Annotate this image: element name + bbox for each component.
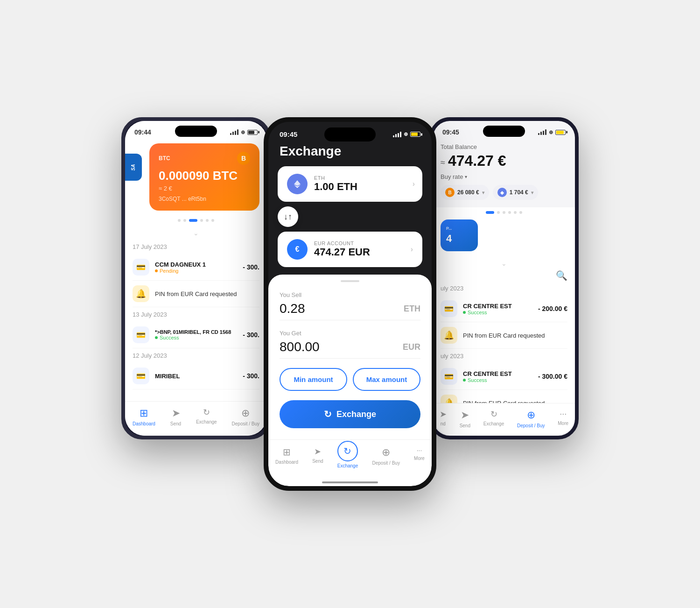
eth-selector-area: ETH 1.00 ETH › — [268, 166, 432, 202]
buy-rate-label: Buy rate — [441, 173, 463, 180]
tx-info-3: MIRIBEL — [155, 373, 237, 380]
left-nav-deposit[interactable]: ⊕ Deposit / Buy — [227, 405, 264, 428]
btc-amount: 0.000090 BTC — [159, 169, 250, 183]
right-scroll-arrow[interactable]: ⌄ — [433, 257, 575, 270]
table-row[interactable]: 💳 CR CENTRE EST Success - 300.00 € — [441, 363, 567, 390]
right-nav-deposit[interactable]: ⊕ Deposit / Buy — [512, 407, 549, 430]
center-nav-deposit-label: Deposit / Buy — [372, 460, 399, 466]
center-nav-send-label: Send — [312, 459, 323, 464]
right-nav-more[interactable]: ··· More — [553, 407, 573, 430]
success-dot-2 — [155, 336, 158, 339]
center-nav-send[interactable]: ➤ Send — [308, 445, 328, 470]
search-icon[interactable]: 🔍 — [556, 270, 567, 281]
bottom-panel: You Sell ETH You Get EUR — [268, 275, 432, 439]
tx-name-1: CCM DAGNEUX 1 — [155, 261, 237, 268]
right-nav-exchange-label: Exchange — [483, 421, 504, 426]
right-dot-1 — [486, 211, 494, 214]
left-bottom-nav: ⊞ Dashboard ➤ Send ↻ Exchange ⊕ Deposit … — [125, 401, 267, 436]
right-nav-send-label: Send — [460, 423, 470, 428]
you-get-label: You Get — [280, 330, 420, 337]
total-balance-amount: 474.27 € — [448, 152, 506, 170]
tx-info-2: *>BNP, 01MIRIBEL, FR CD 1568 Success — [155, 329, 237, 340]
exchange-icon-center: ↻ — [343, 445, 351, 457]
right-tx-info-1: CR CENTRE EST Success — [463, 303, 532, 315]
tx-icon-1: 💳 — [133, 259, 149, 276]
buy-rate-row[interactable]: Buy rate ▾ — [441, 173, 567, 180]
left-transaction-section: 17 July 2023 💳 CCM DAGNEUX 1 Pending - 3… — [125, 240, 267, 401]
left-nav-send[interactable]: ➤ Send — [166, 405, 186, 428]
btc-rate-pill[interactable]: B 26 080 € ▾ — [441, 185, 489, 200]
right-notification-2[interactable]: 🔔 PIN from EUR Card requested — [441, 390, 567, 403]
table-row[interactable]: 💳 *>BNP, 01MIRIBEL, FR CD 1568 Success -… — [133, 322, 259, 348]
dot-1 — [178, 219, 181, 222]
right-nav-more-label: More — [558, 421, 568, 426]
btc-card-container: BTC B 0.000090 BTC ≈ 2 € 3CoSQT ... eRt5… — [125, 140, 267, 214]
eth-currency-label: ETH — [314, 175, 357, 181]
you-sell-input-row[interactable]: ETH — [280, 301, 420, 320]
eth-currency-card[interactable]: ETH 1.00 ETH › — [278, 166, 422, 202]
bell-icon: 🔔 — [133, 285, 149, 302]
left-wifi-icon: ⊕ — [241, 129, 245, 135]
pending-dot — [155, 269, 158, 272]
right-tx-icon-1: 💳 — [441, 300, 457, 317]
right-dot-5 — [514, 211, 517, 214]
center-nav-more[interactable]: ··· More — [409, 445, 429, 470]
right-nav-nd[interactable]: ➤ nd — [435, 407, 451, 430]
eth-rate: 1 704 € — [510, 189, 528, 196]
min-amount-button[interactable]: Min amount — [280, 368, 347, 391]
eth-chevron-right: › — [413, 180, 415, 188]
you-sell-label: You Sell — [280, 291, 420, 298]
dot-5 — [206, 219, 209, 222]
center-nav-dashboard[interactable]: ⊞ Dashboard — [271, 445, 303, 470]
center-phone: 09:45 ⊕ — [264, 117, 436, 491]
right-nav-exchange[interactable]: ↻ Exchange — [479, 407, 509, 430]
you-get-input[interactable] — [280, 339, 378, 354]
crypto-rate-pills: B 26 080 € ▾ ◆ 1 704 € ▾ — [441, 185, 567, 200]
total-balance-label: Total Balance — [441, 143, 567, 150]
dashboard-icon-left: ⊞ — [140, 407, 148, 419]
notification-item-1[interactable]: 🔔 PIN from EUR Card requested — [133, 281, 259, 307]
btc-chevron: ▾ — [482, 190, 484, 195]
center-nav-exchange[interactable]: ↻ Exchange — [333, 445, 363, 470]
eth-icon — [287, 174, 308, 194]
max-amount-button[interactable]: Max amount — [353, 368, 420, 391]
left-nav-exchange[interactable]: ↻ Exchange — [191, 405, 221, 428]
dot-6 — [211, 219, 214, 222]
center-time: 09:45 — [280, 130, 297, 138]
dashboard-icon-center: ⊞ — [283, 446, 291, 458]
tx-name-3: MIRIBEL — [155, 373, 237, 380]
eur-currency-card[interactable]: € EUR ACCOUNT 474.27 EUR › — [278, 232, 422, 267]
right-dot-2 — [497, 211, 500, 214]
left-card-dots — [125, 214, 267, 226]
swap-button[interactable]: ↓↑ — [278, 206, 298, 227]
right-tx-status-1: Success — [463, 310, 532, 315]
dot-2 — [183, 219, 186, 222]
buy-rate-chevron: ▾ — [465, 174, 467, 179]
center-nav-more-label: More — [414, 456, 425, 461]
left-scroll-arrow[interactable]: ⌄ — [125, 226, 267, 240]
eth-rate-pill[interactable]: ◆ 1 704 € ▾ — [493, 185, 538, 200]
right-notification-1[interactable]: 🔔 PIN from EUR Card requested — [441, 322, 567, 349]
right-nav-send[interactable]: ➤ Send — [455, 407, 475, 430]
left-date-1: 17 July 2023 — [133, 240, 259, 254]
right-tx-info-2: CR CENTRE EST Success — [463, 370, 532, 383]
tx-name-2: *>BNP, 01MIRIBEL, FR CD 1568 — [155, 329, 237, 335]
center-nav-dashboard-label: Dashboard — [275, 460, 298, 465]
you-get-currency: EUR — [403, 342, 420, 352]
exchange-submit-button[interactable]: ↻ Exchange — [280, 400, 420, 428]
left-nav-dashboard[interactable]: ⊞ Dashboard — [128, 405, 160, 428]
right-blue-card[interactable]: P... 4 — [441, 219, 478, 251]
you-get-input-row[interactable]: EUR — [280, 339, 420, 359]
table-row[interactable]: 💳 CR CENTRE EST Success - 200.00 € — [441, 296, 567, 322]
right-card-value: 4 — [446, 233, 472, 245]
left-signal — [230, 129, 238, 135]
table-row[interactable]: 💳 MIRIBEL - 300. — [133, 363, 259, 389]
center-nav-deposit[interactable]: ⊕ Deposit / Buy — [367, 445, 404, 470]
btc-eur-value: ≈ 2 € — [159, 185, 250, 192]
right-date-2: uly 2023 — [441, 349, 567, 363]
btc-rate: 26 080 € — [457, 189, 479, 196]
you-sell-input[interactable] — [280, 301, 378, 316]
table-row[interactable]: 💳 CCM DAGNEUX 1 Pending - 300. — [133, 254, 259, 281]
btc-card[interactable]: BTC B 0.000090 BTC ≈ 2 € 3CoSQT ... eRt5… — [149, 143, 259, 211]
home-indicator — [322, 481, 378, 483]
